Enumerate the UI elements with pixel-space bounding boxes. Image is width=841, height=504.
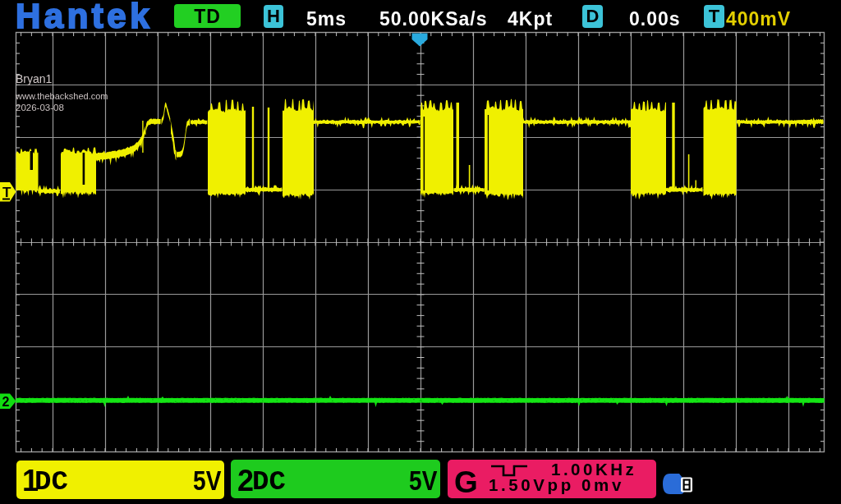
svg-text:2: 2 xyxy=(2,395,10,409)
svg-text:T: T xyxy=(2,185,11,200)
